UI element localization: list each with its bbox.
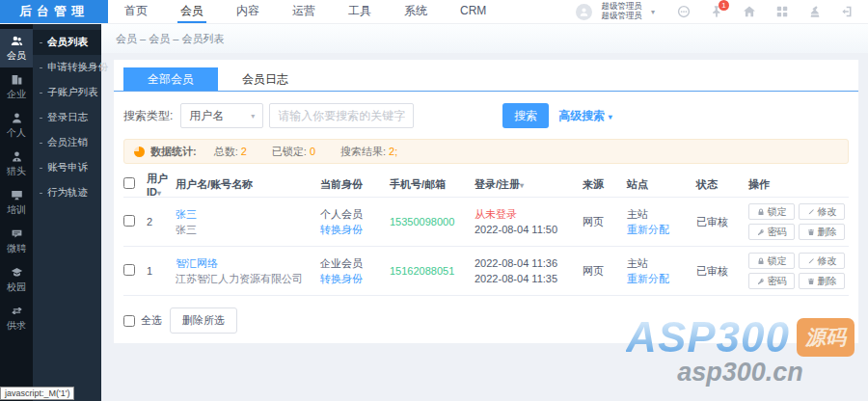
sidebar-item-campus[interactable]: 校园 [0, 260, 33, 299]
cell-ops: 锁定 修改 密码 删除 [748, 203, 849, 240]
sort-icon: ▾ [520, 181, 524, 190]
search-input[interactable] [269, 103, 414, 128]
sidebar-secondary: 会员列表 申请转换身份 子账户列表 登录日志 会员注销 账号申诉 行为轨迹 [33, 24, 101, 401]
password-button[interactable]: 密码 [748, 224, 795, 240]
sidebar-item-weipin[interactable]: 微聘 [0, 222, 33, 260]
search-type-value: 用户名 [189, 108, 224, 124]
home-icon[interactable] [743, 5, 756, 18]
sidebar-item-label: 会员 [7, 49, 26, 63]
stat-label: 总数: [214, 146, 238, 157]
stat-value: 2; [389, 146, 397, 157]
logout-icon[interactable] [841, 5, 854, 18]
table-footer: 全选 删除所选 [123, 307, 849, 334]
header-checkbox[interactable] [123, 177, 135, 189]
cell-status: 已审核 [696, 215, 748, 229]
menu-item-behavior-track[interactable]: 行为轨迹 [33, 180, 101, 205]
lock-button[interactable]: 锁定 [748, 253, 795, 269]
nav-item-crm[interactable]: CRM [444, 0, 502, 23]
col-user-id[interactable]: 用户ID▾ [147, 172, 176, 198]
username-link[interactable]: 张三 [176, 206, 316, 222]
search-type-select[interactable]: 用户名 ▾ [180, 103, 263, 128]
edit-icon [807, 257, 815, 265]
col-ops: 操作 [748, 177, 849, 192]
identity-change-link[interactable]: 转换身份 [320, 271, 386, 286]
key-icon [757, 228, 765, 236]
stat-locked: 已锁定:0 [272, 145, 315, 159]
reassign-link[interactable]: 重新分配 [627, 271, 692, 286]
sidebar-item-label: 微聘 [7, 242, 26, 255]
stats-bar: 数据统计: 总数:2 已锁定:0 搜索结果:2; [123, 139, 849, 164]
menu-item-member-cancel[interactable]: 会员注销 [33, 130, 101, 155]
nav-item-member[interactable]: 会员 [164, 0, 220, 23]
col-login[interactable]: 登录/注册▾ [475, 177, 583, 192]
edit-icon [807, 208, 815, 216]
cell-user-id: 1 [147, 265, 176, 277]
nav-item-content[interactable]: 内容 [220, 0, 276, 23]
supply-demand-icon [11, 305, 23, 317]
cell-phone: 15350098000 [390, 216, 475, 227]
message-icon[interactable] [677, 5, 691, 18]
clear-cache-icon[interactable] [808, 5, 822, 18]
lock-icon [757, 257, 765, 265]
menu-item-login-log[interactable]: 登录日志 [33, 105, 101, 130]
reassign-link[interactable]: 重新分配 [627, 222, 692, 237]
account-name: 江苏智汇人力资源有限公司 [176, 271, 316, 286]
avatar[interactable] [576, 4, 592, 20]
sidebar-item-training[interactable]: 培训 [0, 183, 33, 222]
topbar-icons: 1 [677, 5, 854, 18]
lock-button[interactable]: 锁定 [748, 203, 795, 220]
nav-item-operation[interactable]: 运营 [276, 0, 332, 23]
bullet [40, 42, 42, 43]
campus-icon [11, 266, 23, 279]
edit-button[interactable]: 修改 [799, 203, 845, 220]
lock-icon [757, 208, 765, 216]
stat-label: 搜索结果: [340, 146, 386, 157]
select-all-checkbox[interactable] [123, 315, 135, 327]
col-status: 状态 [696, 177, 748, 192]
sidebar-item-enterprise[interactable]: 企业 [0, 67, 33, 106]
sidebar-item-supply-demand[interactable]: 供求 [0, 299, 33, 337]
nav-item-home[interactable]: 首页 [108, 0, 164, 23]
select-all[interactable]: 全选 [123, 313, 162, 328]
username-link[interactable]: 智汇网络 [176, 255, 316, 271]
building-icon [11, 73, 23, 86]
site-text: 主站 [627, 255, 692, 271]
user-menu-caret-icon[interactable]: ▾ [651, 8, 655, 16]
tab-all-members[interactable]: 全部会员 [123, 67, 218, 91]
edit-button[interactable]: 修改 [799, 253, 845, 269]
delete-selected-button[interactable]: 删除所选 [170, 307, 237, 334]
headhunter-icon [11, 150, 23, 163]
user-name[interactable]: 超级管理员 超级管理员 [601, 2, 642, 21]
delete-button[interactable]: 删除 [799, 273, 845, 289]
breadcrumb: 会员 – 会员 – 会员列表 [101, 24, 868, 53]
sidebar-item-label: 猎头 [7, 165, 26, 178]
row-checkbox[interactable] [123, 264, 135, 276]
bullet [40, 143, 42, 144]
sidebar-item-member[interactable]: 会员 [0, 29, 33, 67]
table-body: 2 张三 张三 个人会员 转换身份 15350098000 从 [123, 197, 849, 296]
apps-icon[interactable] [775, 5, 789, 18]
identity-change-link[interactable]: 转换身份 [320, 222, 386, 237]
trash-icon [807, 228, 815, 236]
sidebar-item-headhunter[interactable]: 猎头 [0, 145, 33, 183]
pin-icon[interactable]: 1 [710, 5, 723, 18]
user-name-line2: 超级管理员 [601, 12, 642, 21]
menu-item-apply-identity-change[interactable]: 申请转换身份 [33, 55, 101, 80]
nav-item-system[interactable]: 系统 [388, 0, 444, 23]
search-button[interactable]: 搜索 [502, 103, 549, 128]
search-type-label: 搜索类型: [123, 108, 173, 124]
menu-item-subaccount-list[interactable]: 子账户列表 [33, 80, 101, 105]
tab-member-log[interactable]: 会员日志 [218, 67, 312, 91]
menu-item-member-list[interactable]: 会员列表 [33, 30, 101, 55]
stats-title: 数据统计: [150, 145, 197, 159]
person-icon [11, 112, 23, 124]
password-button[interactable]: 密码 [748, 273, 795, 289]
delete-button[interactable]: 删除 [799, 224, 845, 240]
screen: 后台管理 首页 会员 内容 运营 工具 系统 CRM 超级管理员 超级管理员 ▾ [0, 0, 868, 401]
sidebar-item-personal[interactable]: 个人 [0, 106, 33, 145]
menu-item-account-appeal[interactable]: 账号申诉 [33, 155, 101, 180]
advanced-search-link[interactable]: 高级搜索 ▾ [558, 108, 611, 124]
table-header-row: 用户ID▾ 用户名/账号名称 当前身份 手机号/邮箱 登录/注册▾ 来源 站点 … [123, 172, 849, 197]
nav-item-tools[interactable]: 工具 [332, 0, 388, 23]
row-checkbox[interactable] [123, 215, 135, 227]
